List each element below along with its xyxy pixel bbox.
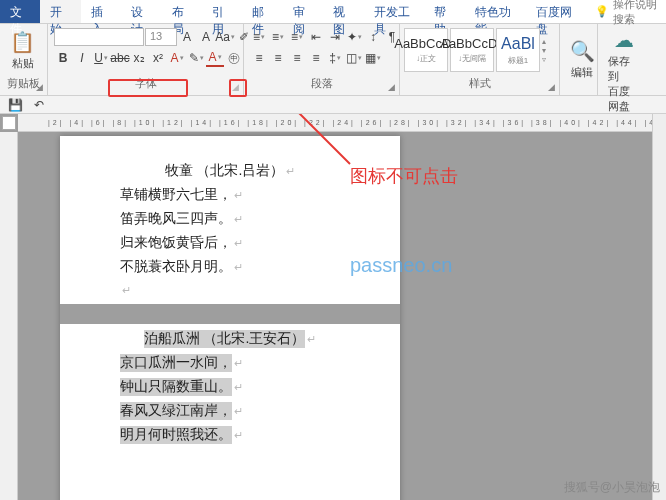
tab-review[interactable]: 审阅	[283, 0, 323, 23]
styles-more-icon[interactable]: ▴▾▿	[542, 37, 554, 64]
borders-icon[interactable]: ▦	[364, 49, 382, 67]
watermark-passneo: passneo.cn	[350, 254, 452, 277]
underline-icon[interactable]: U	[92, 49, 110, 67]
document-page[interactable]: 牧童 （北宋.吕岩）↵ 草铺横野六七里，↵ 笛弄晚风三四声。↵ 归来饱饭黄昏后，…	[60, 136, 400, 500]
indent-right-icon[interactable]: ⇥	[326, 28, 344, 46]
style-heading1[interactable]: AaBl 标题1	[496, 28, 540, 72]
lightbulb-icon: 💡	[595, 5, 609, 18]
annotation-text: 图标不可点击	[350, 164, 458, 188]
align-center-icon[interactable]: ≡	[269, 49, 287, 67]
paragraph-group-label: 段落	[248, 74, 395, 93]
group-font: 13 A A Aa ✐ B I U abc x₂ x² A ✎ A ㊥ 字体 ◢	[48, 24, 244, 95]
align-right-icon[interactable]: ≡	[288, 49, 306, 67]
group-clipboard: 📋 粘贴 剪贴板 ◢	[0, 24, 48, 95]
tab-design[interactable]: 设计	[121, 0, 161, 23]
poem1-line1: 草铺横野六七里，↵	[120, 186, 340, 204]
blank-line: ↵	[120, 282, 340, 298]
save-icon[interactable]: 💾	[6, 96, 24, 114]
poem2-line2: 钟山只隔数重山。↵	[120, 378, 340, 396]
styles-group-label: 样式	[404, 74, 555, 93]
tab-developer[interactable]: 开发工具	[364, 0, 425, 23]
clipboard-launcher-icon[interactable]: ◢	[33, 81, 45, 93]
watermark-sohu: 搜狐号@小昊泡泡	[564, 479, 660, 496]
subscript-icon[interactable]: x₂	[130, 49, 148, 67]
undo-icon[interactable]: ↶	[30, 96, 48, 114]
search-placeholder: 操作说明搜索	[613, 0, 666, 27]
sort-icon[interactable]: ↕	[364, 28, 382, 46]
poem2-line1: 京口瓜洲一水间，↵	[120, 354, 340, 372]
save-to-cloud-button[interactable]: ☁ 保存到 百度网盘	[602, 26, 646, 116]
grow-font-icon[interactable]: A	[178, 28, 196, 46]
poem1-title: 牧童 （北宋.吕岩）↵	[120, 162, 340, 180]
tab-insert[interactable]: 插入	[81, 0, 121, 23]
document-area: |2| |4| |6| |8| |10| |12| |14| |16| |18|…	[0, 114, 666, 500]
group-editing: 🔍 编辑	[560, 24, 598, 95]
ribbon: 📋 粘贴 剪贴板 ◢ 13 A A Aa ✐ B I U abc x₂ x²	[0, 24, 666, 96]
shrink-font-icon[interactable]: A	[197, 28, 215, 46]
shading-icon[interactable]: ◫	[345, 49, 363, 67]
tab-home[interactable]: 开始	[40, 0, 80, 23]
tell-me-search[interactable]: 💡 操作说明搜索	[587, 0, 666, 23]
font-size-select[interactable]: 13	[145, 28, 177, 46]
strike-icon[interactable]: abc	[111, 49, 129, 67]
superscript-icon[interactable]: x²	[149, 49, 167, 67]
font-name-select[interactable]	[54, 28, 144, 46]
highlight-icon[interactable]: ✎	[187, 49, 205, 67]
tab-special[interactable]: 特色功能	[465, 0, 526, 23]
poem1-line2: 笛弄晚风三四声。↵	[120, 210, 340, 228]
cloud-icon: ☁	[614, 28, 634, 52]
vertical-scrollbar[interactable]	[652, 114, 666, 500]
tab-help[interactable]: 帮助	[424, 0, 464, 23]
align-left-icon[interactable]: ≡	[250, 49, 268, 67]
change-case-icon[interactable]: Aa	[216, 28, 234, 46]
justify-icon[interactable]: ≡	[307, 49, 325, 67]
tab-strip: 文件 开始 插入 设计 布局 引用 邮件 审阅 视图 开发工具 帮助 特色功能 …	[0, 0, 666, 24]
text-effects-icon[interactable]: A	[168, 49, 186, 67]
horizontal-ruler[interactable]: |2| |4| |6| |8| |10| |12| |14| |16| |18|…	[18, 114, 666, 132]
poem2-line4: 明月何时照我还。↵	[120, 426, 340, 444]
editing-button[interactable]: 🔍 编辑	[564, 37, 600, 82]
clipboard-icon: 📋	[10, 30, 35, 54]
quick-access-toolbar: 💾 ↶	[0, 96, 666, 114]
bullets-icon[interactable]: ≡	[250, 28, 268, 46]
multilevel-icon[interactable]: ≡	[288, 28, 306, 46]
group-paragraph: ≡ ≡ ≡ ⇤ ⇥ ✦ ↕ ¶ ≡ ≡ ≡ ≡ ‡ ◫ ▦ 段落 ◢	[244, 24, 400, 95]
poem1-line3: 归来饱饭黄昏后，↵	[120, 234, 340, 252]
paste-button[interactable]: 📋 粘贴	[4, 28, 41, 73]
group-save-cloud: ☁ 保存到 百度网盘	[598, 24, 650, 95]
group-styles: AaBbCcDc ↓正文 AaBbCcDc ↓无间隔 AaBl 标题1 ▴▾▿ …	[400, 24, 560, 95]
poem2-line3: 春风又绿江南岸，↵	[120, 402, 340, 420]
vertical-ruler[interactable]	[0, 132, 18, 500]
italic-icon[interactable]: I	[73, 49, 91, 67]
tab-references[interactable]: 引用	[202, 0, 242, 23]
poem1-line4: 不脱蓑衣卧月明。↵	[120, 258, 340, 276]
phonetic-icon[interactable]: ㊥	[225, 49, 243, 67]
tab-file[interactable]: 文件	[0, 0, 40, 23]
numbering-icon[interactable]: ≡	[269, 28, 287, 46]
font-launcher-icon: ◢	[229, 81, 241, 93]
ruler-toggle-icon[interactable]	[2, 116, 16, 130]
poem2-title: 泊船瓜洲 （北宋.王安石）↵	[120, 330, 340, 348]
bold-icon[interactable]: B	[54, 49, 72, 67]
style-nospacing[interactable]: AaBbCcDc ↓无间隔	[450, 28, 494, 72]
font-color-icon[interactable]: A	[206, 49, 224, 67]
font-group-label: 字体	[52, 74, 239, 93]
line-spacing-icon[interactable]: ‡	[326, 49, 344, 67]
indent-left-icon[interactable]: ⇤	[307, 28, 325, 46]
paragraph-launcher-icon[interactable]: ◢	[385, 81, 397, 93]
page-gap	[60, 304, 400, 324]
styles-launcher-icon[interactable]: ◢	[545, 81, 557, 93]
tab-view[interactable]: 视图	[323, 0, 363, 23]
tab-mail[interactable]: 邮件	[242, 0, 282, 23]
text-direction-icon[interactable]: ✦	[345, 28, 363, 46]
tab-baidu[interactable]: 百度网盘	[526, 0, 587, 23]
find-icon: 🔍	[570, 39, 595, 63]
tab-layout[interactable]: 布局	[162, 0, 202, 23]
